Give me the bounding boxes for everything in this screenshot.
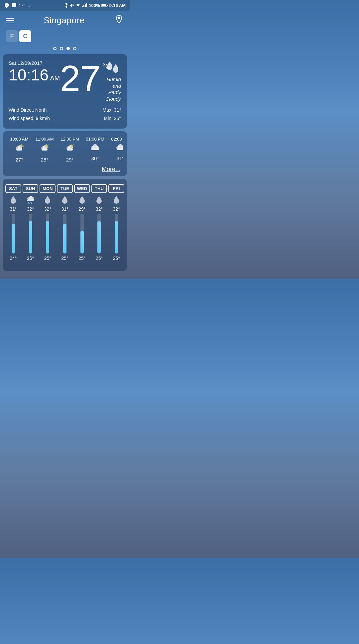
page-dot-2[interactable] <box>60 47 63 50</box>
day-max-temp: 29° <box>78 206 85 212</box>
date-display: Sat.12/09/2017 <box>9 60 60 66</box>
svg-line-17 <box>23 145 23 145</box>
page-indicators <box>0 44 130 54</box>
battery-icon <box>101 3 108 7</box>
hour-time: 01:00 PM <box>86 137 104 142</box>
status-left: 17° ... <box>4 3 30 8</box>
page-dot-1[interactable] <box>53 47 57 50</box>
menu-button[interactable] <box>6 18 14 23</box>
day-max-temp: 32° <box>96 206 103 212</box>
fahrenheit-button[interactable]: F <box>6 30 18 42</box>
temperature-display: 27°C <box>60 60 100 97</box>
day-min-temp: 25° <box>44 256 51 261</box>
day-column: TUE 31° 25° <box>57 184 73 261</box>
celsius-button[interactable]: C <box>19 30 31 42</box>
condition-text: Humid and Partly Cloudy <box>100 76 121 102</box>
bluetooth-icon <box>64 3 68 8</box>
hourly-forecast-card: 10:00 AM 27° 11:00 AM 28° 12:00 PM <box>3 131 127 176</box>
app-header: Singapore <box>0 11 130 30</box>
hour-time: 10:00 AM <box>10 137 29 142</box>
svg-rect-10 <box>107 5 108 6</box>
svg-point-22 <box>45 145 48 148</box>
temp-value: 27°C <box>60 60 100 97</box>
hour-temp: 30° <box>91 156 99 161</box>
svg-rect-4 <box>82 6 83 7</box>
current-weather-card: Sat.12/09/2017 10:16 AM 27°C Humid and P… <box>3 54 127 129</box>
hour-temp: 28° <box>41 157 49 162</box>
day-column: WED 29° 25° <box>74 184 90 261</box>
day-label: THU <box>91 184 107 193</box>
svg-marker-1 <box>13 7 14 8</box>
unit-toggle: F C <box>0 30 130 44</box>
temp-bar <box>97 214 101 254</box>
more-button[interactable]: More... <box>7 166 123 173</box>
svg-rect-28 <box>67 149 73 151</box>
svg-point-11 <box>118 17 120 19</box>
hour-weather-icon <box>64 144 75 155</box>
day-column: SAT 31° 24° <box>5 184 21 261</box>
svg-rect-44 <box>27 199 34 201</box>
temp-bar <box>80 214 84 254</box>
weekly-forecast-card: SAT 31° 24° SUN 32° 25° MON <box>3 179 127 271</box>
svg-rect-5 <box>83 5 84 7</box>
temp-unit: °C <box>102 63 111 70</box>
temperature-status: 17° ... <box>19 3 30 8</box>
svg-line-47 <box>31 202 32 204</box>
wind-info: Wind Direct: North Wind speed: 9 km/h <box>9 106 50 123</box>
day-max-temp: 31° <box>10 206 17 212</box>
svg-point-29 <box>70 145 73 148</box>
day-weather-icon <box>61 195 68 204</box>
svg-rect-21 <box>42 149 48 151</box>
day-weather-icon <box>44 195 51 204</box>
day-min-temp: 25° <box>27 256 34 261</box>
time-display: 9:16 AM <box>109 3 126 8</box>
max-temp: Max: 31° <box>103 106 121 114</box>
day-weather-icon <box>113 195 120 204</box>
temp-bar <box>46 214 50 254</box>
hour-weather-icon <box>14 144 25 155</box>
page-dot-4[interactable] <box>73 47 76 50</box>
day-label: SAT <box>5 184 21 193</box>
hour-time: 12:00 PM <box>60 137 79 142</box>
temp-bar <box>63 214 67 254</box>
day-min-temp: 25° <box>96 256 103 261</box>
page-dot-3[interactable] <box>66 47 70 50</box>
day-column: THU 32° 25° <box>91 184 107 261</box>
temp-bar <box>29 214 33 254</box>
hour-temp: 31° <box>117 156 123 161</box>
hour-temp: 27° <box>16 157 23 162</box>
day-column: MON 32° 25° <box>40 184 56 261</box>
wind-speed: Wind speed: 9 km/h <box>9 114 50 123</box>
svg-rect-0 <box>12 3 16 7</box>
location-button[interactable] <box>114 15 124 26</box>
hour-time: 11:00 AM <box>36 137 54 142</box>
min-temp: Min: 25° <box>103 114 121 123</box>
day-min-temp: 25° <box>78 256 85 261</box>
day-label: SUN <box>23 184 39 193</box>
svg-rect-6 <box>85 4 86 7</box>
city-name: Singapore <box>44 15 84 26</box>
day-min-temp: 25° <box>113 256 120 261</box>
svg-rect-14 <box>16 149 22 151</box>
hourly-scroll: 10:00 AM 27° 11:00 AM 28° 12:00 PM <box>7 137 123 162</box>
hour-weather-icon <box>90 144 100 154</box>
hourly-item: 01:00 PM 30° <box>82 137 108 162</box>
day-weather-icon <box>96 195 102 204</box>
svg-rect-36 <box>91 148 99 150</box>
week-days-container: SAT 31° 24° SUN 32° 25° MON <box>5 184 124 261</box>
battery-level: 100% <box>89 3 100 8</box>
day-label: WED <box>74 184 90 193</box>
day-weather-icon <box>10 195 17 204</box>
day-label: MON <box>40 184 56 193</box>
status-right: 100% 9:16 AM <box>64 3 126 8</box>
hourly-item: 02:00 PM 31° <box>108 137 123 162</box>
svg-rect-40 <box>117 148 123 150</box>
mute-icon <box>69 3 74 8</box>
day-max-temp: 32° <box>44 206 51 212</box>
day-max-temp: 32° <box>27 206 34 212</box>
day-max-temp: 31° <box>61 206 68 212</box>
svg-line-24 <box>48 145 48 145</box>
day-weather-icon <box>26 195 35 204</box>
wind-direction: Wind Direct: North <box>9 106 50 114</box>
signal-icon <box>82 3 87 7</box>
